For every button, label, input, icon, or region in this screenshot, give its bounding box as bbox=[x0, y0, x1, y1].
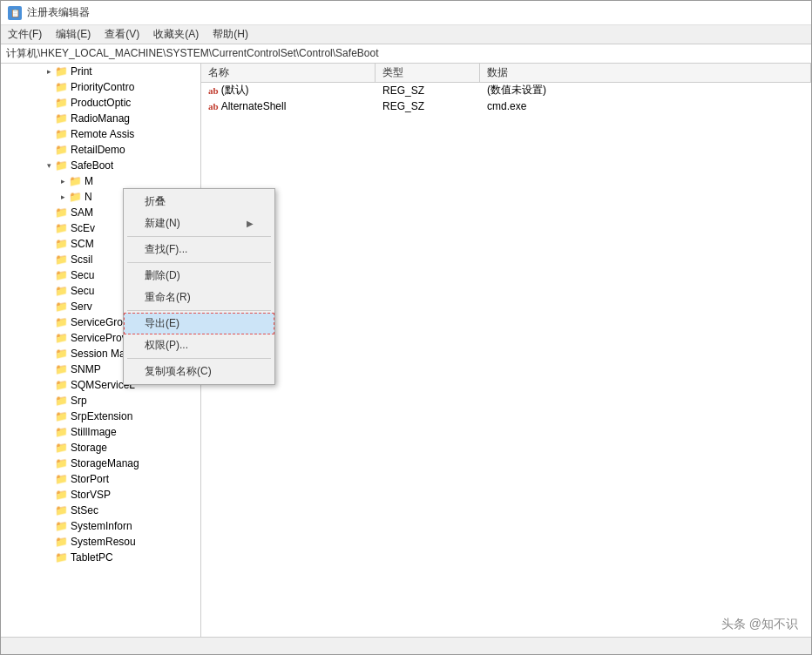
table-row[interactable]: abAlternateShellREG_SZcmd.exe bbox=[201, 98, 811, 114]
tree-item[interactable]: 📁SystemInforn bbox=[1, 518, 200, 534]
tree-item[interactable]: ▾📁SafeBoot bbox=[1, 158, 200, 173]
expand-btn[interactable] bbox=[43, 238, 55, 250]
tree-item[interactable]: 📁ProductOptic bbox=[1, 95, 200, 111]
title-bar: 📋 注册表编辑器 bbox=[1, 1, 811, 25]
tree-item[interactable]: ▸📁Print bbox=[1, 64, 200, 79]
menu-item[interactable]: 编辑(E) bbox=[49, 25, 98, 44]
tree-item[interactable]: 📁StorageManag bbox=[1, 456, 200, 471]
reg-icon: ab bbox=[208, 85, 219, 96]
expand-btn[interactable] bbox=[43, 81, 55, 93]
expand-btn[interactable]: ▸ bbox=[57, 191, 69, 203]
tree-item-label: RetailDemo bbox=[71, 144, 125, 156]
expand-btn[interactable] bbox=[43, 316, 55, 328]
submenu-arrow-icon: ▶ bbox=[247, 219, 254, 228]
tree-item[interactable]: 📁SystemResou bbox=[1, 534, 200, 550]
tree-item-label: Serv bbox=[71, 300, 92, 313]
context-menu-item[interactable]: 复制项名称(C) bbox=[124, 361, 274, 382]
tree-item[interactable]: 📁PriorityContro bbox=[1, 79, 200, 95]
menu-item[interactable]: 查看(V) bbox=[98, 25, 146, 44]
expand-btn[interactable] bbox=[43, 206, 55, 219]
menu-item[interactable]: 收藏夹(A) bbox=[146, 25, 206, 44]
context-menu-item[interactable]: 折叠 bbox=[124, 191, 274, 213]
expand-btn[interactable]: ▸ bbox=[57, 175, 69, 187]
expand-btn[interactable] bbox=[43, 410, 55, 422]
address-bar: 计算机\HKEY_LOCAL_MACHINE\SYSTEM\CurrentCon… bbox=[1, 44, 811, 64]
expand-btn[interactable]: ▸ bbox=[43, 65, 55, 78]
expand-btn[interactable] bbox=[43, 442, 55, 454]
context-menu-item[interactable]: 重命名(R) bbox=[124, 287, 274, 308]
tree-item-label: SAM bbox=[71, 206, 93, 219]
right-panel: 名称 类型 数据 ab(默认)REG_SZ(数值未设置)abAlternateS… bbox=[201, 64, 811, 637]
expand-btn[interactable] bbox=[43, 222, 55, 234]
folder-icon: 📁 bbox=[55, 65, 68, 78]
address-text: 计算机\HKEY_LOCAL_MACHINE\SYSTEM\CurrentCon… bbox=[6, 46, 379, 61]
app-icon: 📋 bbox=[8, 6, 22, 20]
expand-btn[interactable] bbox=[43, 504, 55, 517]
expand-btn[interactable] bbox=[43, 253, 55, 266]
expand-btn[interactable] bbox=[43, 144, 55, 156]
tree-item-label: Srp bbox=[71, 395, 87, 407]
folder-icon: 📁 bbox=[55, 489, 68, 501]
menu-item[interactable]: 帮助(H) bbox=[206, 25, 255, 44]
context-menu-item[interactable]: 查找(F)... bbox=[124, 239, 274, 260]
tree-item[interactable]: 📁RetailDemo bbox=[1, 142, 200, 158]
expand-btn[interactable]: ▾ bbox=[43, 159, 55, 172]
expand-btn[interactable] bbox=[43, 489, 55, 501]
tree-item-label: ProductOptic bbox=[71, 97, 131, 109]
expand-btn[interactable] bbox=[43, 269, 55, 281]
expand-btn[interactable] bbox=[43, 363, 55, 375]
main-window: 📋 注册表编辑器 文件(F)编辑(E)查看(V)收藏夹(A)帮助(H) 计算机\… bbox=[0, 0, 812, 655]
context-menu-item[interactable]: 删除(D) bbox=[124, 265, 274, 287]
tree-item[interactable]: 📁SrpExtension bbox=[1, 409, 200, 424]
context-menu-separator bbox=[127, 358, 271, 359]
tree-item[interactable]: 📁StillImage bbox=[1, 424, 200, 440]
folder-icon: 📁 bbox=[55, 159, 68, 172]
cell-type: REG_SZ bbox=[376, 99, 480, 113]
expand-btn[interactable] bbox=[43, 112, 55, 125]
col-header-data[interactable]: 数据 bbox=[480, 64, 811, 82]
tree-item[interactable]: 📁Storage bbox=[1, 440, 200, 456]
tree-item[interactable]: 📁StorPort bbox=[1, 471, 200, 487]
tree-item[interactable]: 📁Srp bbox=[1, 393, 200, 409]
cell-name: ab(默认) bbox=[201, 83, 376, 98]
status-bar bbox=[1, 637, 811, 654]
col-header-type[interactable]: 类型 bbox=[376, 64, 480, 82]
window-title: 注册表编辑器 bbox=[27, 5, 90, 20]
expand-btn[interactable] bbox=[43, 426, 55, 438]
expand-btn[interactable] bbox=[43, 332, 55, 344]
context-menu-item[interactable]: 新建(N)▶ bbox=[124, 213, 274, 234]
col-header-name[interactable]: 名称 bbox=[201, 64, 376, 82]
folder-icon: 📁 bbox=[55, 504, 68, 517]
context-menu-item[interactable]: 导出(E) bbox=[124, 313, 274, 334]
tree-item[interactable]: 📁StSec bbox=[1, 503, 200, 518]
table-row[interactable]: ab(默认)REG_SZ(数值未设置) bbox=[201, 83, 811, 98]
tree-item[interactable]: 📁TabletPC bbox=[1, 550, 200, 565]
tree-item[interactable]: 📁StorVSP bbox=[1, 487, 200, 503]
context-menu-item[interactable]: 权限(P)... bbox=[124, 334, 274, 356]
folder-icon: 📁 bbox=[69, 191, 82, 203]
tree-item-label: Secu bbox=[71, 269, 94, 281]
folder-icon: 📁 bbox=[55, 144, 68, 156]
folder-icon: 📁 bbox=[55, 379, 68, 391]
tree-item-label: Storage bbox=[71, 442, 107, 454]
tree-item[interactable]: ▸📁M bbox=[1, 173, 200, 189]
expand-btn[interactable] bbox=[43, 285, 55, 297]
expand-btn[interactable] bbox=[43, 473, 55, 485]
tree-item[interactable]: 📁Remote Assis bbox=[1, 126, 200, 142]
expand-btn[interactable] bbox=[43, 551, 55, 564]
expand-btn[interactable] bbox=[43, 520, 55, 532]
tree-item[interactable]: 📁RadioManag bbox=[1, 111, 200, 126]
folder-icon: 📁 bbox=[55, 410, 68, 422]
expand-btn[interactable] bbox=[43, 536, 55, 548]
folder-icon: 📁 bbox=[55, 128, 68, 140]
expand-btn[interactable] bbox=[43, 128, 55, 140]
expand-btn[interactable] bbox=[43, 457, 55, 469]
expand-btn[interactable] bbox=[43, 379, 55, 391]
expand-btn[interactable] bbox=[43, 97, 55, 109]
folder-icon: 📁 bbox=[55, 457, 68, 469]
expand-btn[interactable] bbox=[43, 395, 55, 407]
tree-item-label: SystemResou bbox=[71, 536, 136, 548]
expand-btn[interactable] bbox=[43, 348, 55, 360]
menu-item[interactable]: 文件(F) bbox=[1, 25, 49, 44]
expand-btn[interactable] bbox=[43, 300, 55, 313]
